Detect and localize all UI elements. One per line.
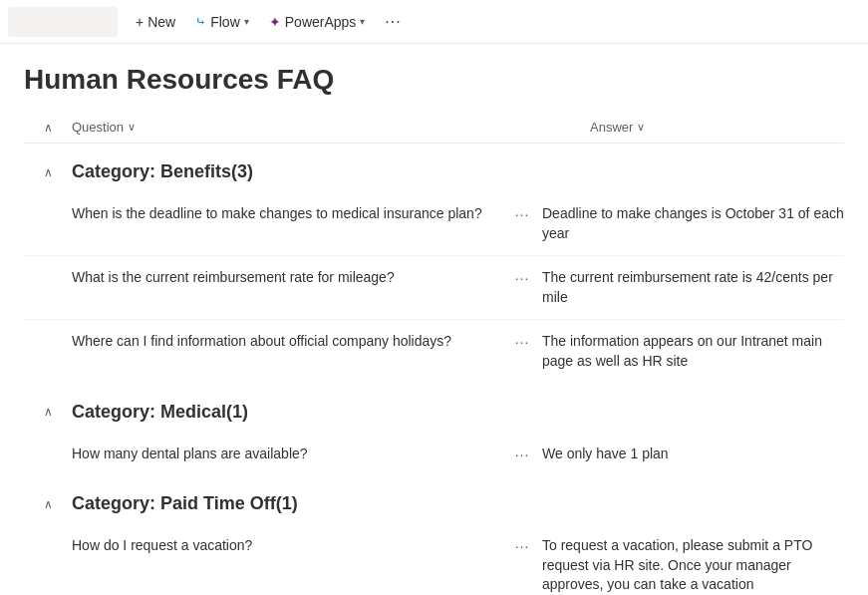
- powerapps-button[interactable]: ✦ PowerApps ▾: [259, 8, 376, 36]
- category-title-1: Category: Medical(1): [72, 402, 248, 423]
- column-headers: ∧ Question ∨ Answer ∨: [24, 112, 844, 144]
- faq-answer-text: To request a vacation, please submit a P…: [542, 536, 844, 595]
- category-header-0[interactable]: ∧Category: Benefits(3): [24, 151, 844, 192]
- category-title-2: Category: Paid Time Off(1): [72, 493, 298, 514]
- category-group-2: ∧Category: Paid Time Off(1)How do I requ…: [24, 483, 844, 595]
- toolbar: + New ⤷ Flow ▾ ✦ PowerApps ▾ ···: [0, 0, 868, 44]
- faq-question-text[interactable]: How many dental plans are available?: [72, 445, 502, 464]
- row-more-options-icon[interactable]: ···: [502, 204, 542, 222]
- faq-question-text[interactable]: When is the deadline to make changes to …: [72, 204, 502, 224]
- new-button[interactable]: + New: [126, 8, 185, 36]
- up-arrow-icon: ∧: [44, 121, 53, 135]
- category-title-0: Category: Benefits(3): [72, 161, 253, 182]
- table-row: How many dental plans are available?···W…: [24, 433, 844, 476]
- categories-container: ∧Category: Benefits(3)When is the deadli…: [24, 151, 844, 595]
- flow-icon: ⤷: [195, 14, 206, 29]
- question-sort-chevron: ∨: [128, 121, 136, 134]
- app-logo-placeholder: [8, 7, 118, 37]
- category-content-0: When is the deadline to make changes to …: [24, 192, 844, 384]
- powerapps-icon: ✦: [269, 14, 281, 30]
- category-toggle-2: ∧: [24, 497, 72, 511]
- faq-answer-text: Deadline to make changes is October 31 o…: [542, 204, 844, 243]
- faq-question-text[interactable]: Where can I find information about offic…: [72, 332, 502, 352]
- flow-button[interactable]: ⤷ Flow ▾: [185, 8, 259, 36]
- category-toggle-1: ∧: [24, 405, 72, 419]
- category-content-1: How many dental plans are available?···W…: [24, 433, 844, 476]
- flow-label: Flow: [210, 14, 240, 30]
- more-options-button[interactable]: ···: [375, 7, 411, 37]
- faq-question-text[interactable]: What is the current reimbursement rate f…: [72, 268, 502, 288]
- row-more-options-icon[interactable]: ···: [502, 268, 542, 286]
- category-header-2[interactable]: ∧Category: Paid Time Off(1): [24, 483, 844, 524]
- row-more-options-icon[interactable]: ···: [502, 332, 542, 350]
- row-more-options-icon[interactable]: ···: [502, 536, 542, 554]
- sort-icon[interactable]: ∧: [24, 121, 72, 135]
- question-column-header[interactable]: Question ∨: [72, 120, 550, 135]
- page-title: Human Resources FAQ: [24, 64, 844, 96]
- page-title-area: Human Resources FAQ: [0, 44, 868, 112]
- faq-answer-text: The current reimbursement rate is 42/cen…: [542, 268, 844, 307]
- category-toggle-0: ∧: [24, 165, 72, 179]
- question-header-label: Question: [72, 120, 124, 135]
- table-row: Where can I find information about offic…: [24, 320, 844, 383]
- new-label: New: [147, 14, 175, 30]
- table-row: What is the current reimbursement rate f…: [24, 256, 844, 320]
- more-dots-icon: ···: [385, 13, 401, 31]
- answer-column-header[interactable]: Answer ∨: [590, 120, 844, 135]
- table-row: How do I request a vacation?···To reques…: [24, 524, 844, 595]
- category-content-2: How do I request a vacation?···To reques…: [24, 524, 844, 595]
- faq-answer-text: The information appears on our Intranet …: [542, 332, 844, 371]
- category-group-1: ∧Category: Medical(1)How many dental pla…: [24, 392, 844, 476]
- flow-chevron: ▾: [244, 16, 249, 27]
- table-row: When is the deadline to make changes to …: [24, 192, 844, 256]
- faq-list: ∧ Question ∨ Answer ∨ ∧Category: Benefit…: [0, 112, 868, 595]
- powerapps-chevron: ▾: [360, 16, 365, 27]
- category-group-0: ∧Category: Benefits(3)When is the deadli…: [24, 151, 844, 384]
- answer-header-label: Answer: [590, 120, 633, 135]
- powerapps-label: PowerApps: [285, 14, 357, 30]
- answer-sort-chevron: ∨: [637, 121, 645, 134]
- row-more-options-icon[interactable]: ···: [502, 445, 542, 462]
- category-header-1[interactable]: ∧Category: Medical(1): [24, 392, 844, 433]
- faq-question-text[interactable]: How do I request a vacation?: [72, 536, 502, 556]
- plus-icon: +: [136, 14, 144, 30]
- faq-answer-text: We only have 1 plan: [542, 445, 844, 464]
